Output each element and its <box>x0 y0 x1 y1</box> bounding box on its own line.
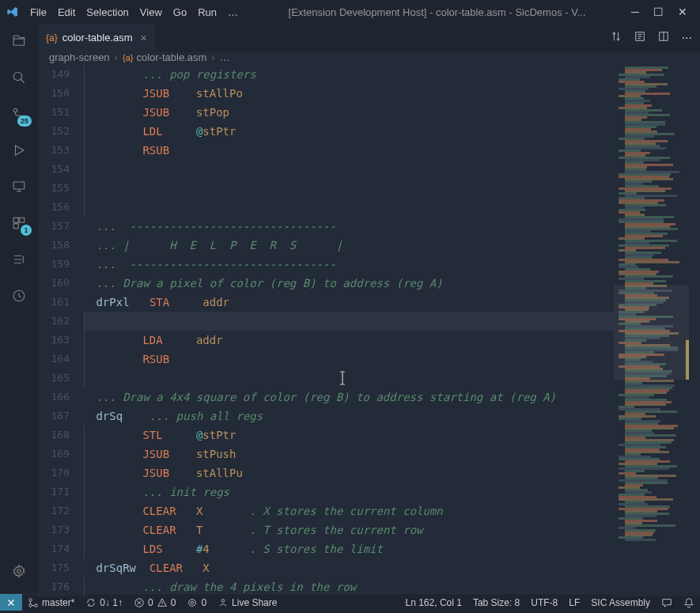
code-line[interactable]: ... | H E L P E R S | <box>84 236 614 255</box>
code-line[interactable]: JSUB stAllPu <box>84 464 614 482</box>
window-controls: ─ ☐ ✕ <box>631 6 694 18</box>
line-number: 171 <box>38 482 70 501</box>
code-line[interactable]: drSqRw CLEAR X <box>84 558 614 577</box>
code-line[interactable]: drSq ... push all regs <box>84 407 614 426</box>
code-line[interactable]: ... pop registers <box>84 65 614 84</box>
title-bar: File Edit Selection View Go Run … [Exten… <box>0 0 700 24</box>
line-number: 168 <box>38 426 70 445</box>
status-branch[interactable]: master* <box>22 594 80 611</box>
code-line[interactable]: RSUB <box>84 350 614 369</box>
status-eol[interactable]: LF <box>563 597 585 608</box>
more-actions-icon[interactable]: ··· <box>682 31 692 45</box>
code-line[interactable] <box>84 198 614 217</box>
status-sync[interactable]: 0↓ 1↑ <box>80 594 128 611</box>
extensions-badge: 1 <box>21 225 32 236</box>
code-line[interactable] <box>84 160 614 179</box>
status-liveshare[interactable]: Live Share <box>212 594 282 611</box>
line-number: 163 <box>38 331 70 350</box>
code-line[interactable]: ... ------------------------------- <box>84 255 614 274</box>
vscode-logo-icon <box>6 6 19 18</box>
tab-color-table[interactable]: {a} color-table.asm × <box>38 24 156 51</box>
status-cursor[interactable]: Ln 162, Col 1 <box>400 597 467 608</box>
menu-go[interactable]: Go <box>168 5 191 20</box>
menu-overflow[interactable]: … <box>223 5 243 20</box>
overview-ruler[interactable] <box>689 63 700 596</box>
code-line[interactable] <box>84 369 614 388</box>
line-number: 156 <box>38 198 70 217</box>
status-encoding[interactable]: UTF-8 <box>525 597 563 608</box>
breadcrumb-item[interactable]: … <box>220 51 230 63</box>
code-line[interactable]: RSUB <box>84 141 614 160</box>
code-line[interactable]: ... Draw a 4x4 square of color (reg B) t… <box>84 388 614 407</box>
line-number: 174 <box>38 539 70 558</box>
split-editor-icon[interactable] <box>658 31 669 45</box>
breadcrumb[interactable]: graph-screen › {a} color-table.asm › … <box>38 51 700 63</box>
activity-remote[interactable] <box>9 177 28 196</box>
svg-point-17 <box>221 599 225 602</box>
activity-extensions[interactable]: 1 <box>9 214 28 233</box>
status-tabsize[interactable]: Tab Size: 8 <box>467 597 525 608</box>
file-icon: {a} <box>46 32 58 44</box>
code-area[interactable]: ... pop registers JSUB stAllPo JSUB stPo… <box>84 63 614 596</box>
menu-run[interactable]: Run <box>193 5 221 20</box>
svg-rect-6 <box>13 224 18 229</box>
open-preview-icon[interactable] <box>634 31 645 45</box>
activity-search[interactable] <box>9 68 28 87</box>
file-icon: {a} <box>123 53 133 62</box>
code-line[interactable] <box>84 312 614 331</box>
activity-scm[interactable]: 25 <box>9 104 28 123</box>
code-line[interactable]: ... ------------------------------- <box>84 217 614 236</box>
line-number: 167 <box>38 407 70 426</box>
code-line[interactable]: CLEAR T . T stores the current row <box>84 520 614 539</box>
breadcrumb-item[interactable]: color-table.asm <box>136 51 206 63</box>
breadcrumb-item[interactable]: graph-screen <box>49 51 110 63</box>
status-feedback-icon[interactable] <box>656 597 678 608</box>
activity-accounts-alt[interactable] <box>9 250 28 269</box>
minimap-slider[interactable] <box>614 285 689 380</box>
editor[interactable]: 1491501511521531541551561571581591601611… <box>38 63 700 596</box>
maximize-button[interactable]: ☐ <box>653 6 664 18</box>
chevron-right-icon: › <box>211 51 214 63</box>
svg-rect-5 <box>20 218 25 222</box>
activity-settings[interactable] <box>9 562 28 581</box>
line-number: 169 <box>38 445 70 464</box>
activity-bar: 25 1 <box>0 24 38 593</box>
code-line[interactable]: STL @stPtr <box>84 426 614 445</box>
code-line[interactable]: ... Draw a pixel of color (reg B) to add… <box>84 274 614 293</box>
status-port[interactable]: 0 <box>181 594 212 611</box>
tab-close-icon[interactable]: × <box>141 32 147 44</box>
line-number: 149 <box>38 65 70 84</box>
close-button[interactable]: ✕ <box>678 6 687 18</box>
minimize-button[interactable]: ─ <box>631 6 639 18</box>
svg-point-15 <box>189 599 196 606</box>
status-remote[interactable] <box>0 594 22 611</box>
activity-timeline[interactable] <box>9 286 28 305</box>
code-line[interactable]: LDL @stPtr <box>84 122 614 141</box>
line-number: 173 <box>38 520 70 539</box>
code-line[interactable]: ... draw the 4 pixels in the row <box>84 577 614 596</box>
code-line[interactable]: JSUB stPop <box>84 103 614 122</box>
compare-changes-icon[interactable] <box>611 31 622 45</box>
code-line[interactable]: JSUB stAllPo <box>84 84 614 103</box>
code-line[interactable] <box>84 179 614 198</box>
line-number: 159 <box>38 255 70 274</box>
menu-bar: File Edit Selection View Go Run … <box>25 5 243 20</box>
activity-explorer[interactable] <box>9 32 28 51</box>
code-line[interactable]: drPxl STA addr <box>84 293 614 312</box>
minimap[interactable] <box>614 63 689 596</box>
menu-selection[interactable]: Selection <box>81 5 133 20</box>
status-problems[interactable]: 0 0 <box>128 594 181 611</box>
activity-debug[interactable] <box>9 141 28 160</box>
code-line[interactable]: LDS #4 . S stores the limit <box>84 539 614 558</box>
code-line[interactable]: CLEAR X . X stores the current column <box>84 501 614 520</box>
code-line[interactable]: ... init regs <box>84 482 614 501</box>
line-number: 153 <box>38 141 70 160</box>
svg-rect-3 <box>13 182 25 189</box>
status-bell-icon[interactable] <box>678 597 700 608</box>
status-lang[interactable]: SIC Assembly <box>585 597 656 608</box>
menu-edit[interactable]: Edit <box>53 5 80 20</box>
code-line[interactable]: LDA addr <box>84 331 614 350</box>
code-line[interactable]: JSUB stPush <box>84 445 614 464</box>
menu-file[interactable]: File <box>25 5 51 20</box>
menu-view[interactable]: View <box>135 5 167 20</box>
